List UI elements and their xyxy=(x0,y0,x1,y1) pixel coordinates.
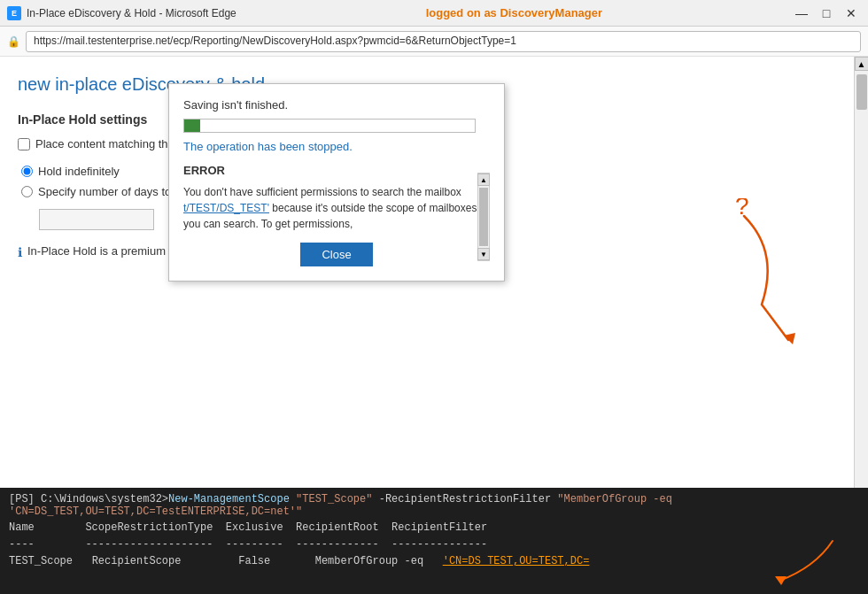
terminal-scope-name: "TEST_Scope" xyxy=(296,493,372,505)
radio-indefinitely[interactable] xyxy=(21,166,33,177)
terminal: [PS] C:\Windows\system32>New-ManagementS… xyxy=(0,488,868,594)
saving-text: Saving isn't finished. xyxy=(183,98,490,112)
saving-dialog: Saving isn't finished. The operation has… xyxy=(168,83,505,282)
logged-user-label: logged on as DiscoveryManager xyxy=(236,6,792,19)
close-window-button[interactable]: ✕ xyxy=(841,4,861,23)
error-text-part1: You don't have sufficient permissions to… xyxy=(183,186,461,198)
page-scrollbar[interactable]: ▲ xyxy=(854,57,868,488)
progress-bar-fill xyxy=(184,120,200,132)
maximize-button[interactable]: □ xyxy=(817,4,836,23)
terminal-name-val: TEST_Scope xyxy=(9,555,85,567)
terminal-prompt: [PS] C:\Windows\system32> xyxy=(9,493,168,505)
radio-specify-label: Specify number of days to xyxy=(38,185,171,198)
terminal-table: Name ScopeRestrictionType Exclusive Reci… xyxy=(9,520,859,571)
window-title: In-Place eDiscovery & Hold - Microsoft E… xyxy=(27,7,236,19)
lock-icon: 🔒 xyxy=(7,35,20,48)
radio-specify[interactable] xyxy=(21,186,33,197)
browser-icon: E xyxy=(7,6,21,20)
days-input[interactable] xyxy=(39,209,154,230)
radio-indefinitely-label: Hold indefinitely xyxy=(38,165,120,178)
scroll-up-arrow[interactable]: ▲ xyxy=(855,57,869,71)
terminal-filter-value: 'CN=DS_TEST,OU=TEST,DC= xyxy=(443,555,590,567)
titlebar: E In-Place eDiscovery & Hold - Microsoft… xyxy=(0,0,868,27)
progress-bar xyxy=(183,119,476,133)
terminal-param1: -RecipientRestrictionFilter xyxy=(379,493,551,505)
info-text: In-Place Hold is a premium feat xyxy=(27,244,188,258)
error-link[interactable]: t/TEST/DS_TEST' xyxy=(183,202,269,214)
terminal-exclusive-val: False xyxy=(238,555,308,567)
terminal-separator: ---- -------------------- --------- ----… xyxy=(9,536,859,553)
window-controls: — □ ✕ xyxy=(792,4,861,23)
main-content: new in-place eDiscovery & hold In-Place … xyxy=(0,57,868,488)
terminal-data-row: TEST_Scope RecipientScope False MemberOf… xyxy=(9,553,859,570)
url-input[interactable]: https://mail.testenterprise.net/ecp/Repo… xyxy=(26,31,861,52)
dialog-scroll-down[interactable]: ▼ xyxy=(477,248,490,260)
operation-stopped-text: The operation has been stopped. xyxy=(183,140,490,153)
svg-marker-2 xyxy=(775,576,787,585)
terminal-line1: [PS] C:\Windows\system32>New-ManagementS… xyxy=(9,493,859,518)
terminal-command: New-ManagementScope xyxy=(168,493,290,505)
info-icon: ℹ xyxy=(18,245,22,259)
hold-checkbox[interactable] xyxy=(18,138,30,150)
error-label: ERROR xyxy=(183,164,490,177)
minimize-button[interactable]: — xyxy=(792,4,811,23)
titlebar-left: E In-Place eDiscovery & Hold - Microsoft… xyxy=(7,6,236,20)
terminal-header: Name ScopeRestrictionType Exclusive Reci… xyxy=(9,520,859,536)
terminal-type-val: RecipientScope xyxy=(92,555,232,567)
error-content: You don't have sufficient permissions to… xyxy=(183,184,490,232)
scroll-thumb[interactable] xyxy=(856,74,867,110)
addressbar: 🔒 https://mail.testenterprise.net/ecp/Re… xyxy=(0,27,868,57)
close-dialog-button[interactable]: Close xyxy=(300,243,372,266)
terminal-filter-label: MemberOfGroup -eq xyxy=(315,555,437,567)
